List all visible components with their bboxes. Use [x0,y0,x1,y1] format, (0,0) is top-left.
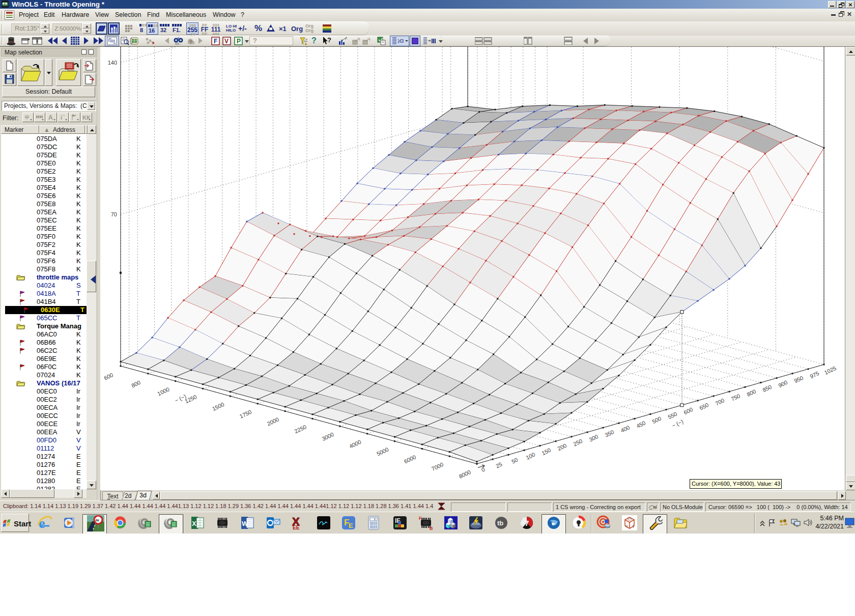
svg-text:P: P [237,38,241,45]
svg-text:140: 140 [108,60,117,66]
svg-text:X: X [192,520,196,527]
svg-text:7: 7 [525,519,529,527]
svg-text:F: F [419,516,422,521]
svg-text:V: V [224,38,229,45]
svg-text:B: B [430,526,433,530]
svg-text:A: A [48,114,53,121]
svg-text:W: W [242,520,248,527]
svg-text:i¯: i¯ [61,115,66,121]
svg-text:8: 8 [374,518,376,521]
svg-text:?: ? [327,36,331,44]
svg-text:∞: ∞ [96,517,99,523]
svg-text:E: E [349,522,353,529]
svg-text:0: 0 [625,524,628,528]
svg-text:F: F [214,38,217,45]
svg-text:70: 70 [111,211,117,217]
svg-text:tb: tb [497,519,503,527]
svg-text:1: 1 [632,524,635,528]
svg-text:?: ? [25,117,28,121]
svg-text:EE: EE [293,525,300,530]
svg-text:IOI..: IOI.. [175,42,181,45]
